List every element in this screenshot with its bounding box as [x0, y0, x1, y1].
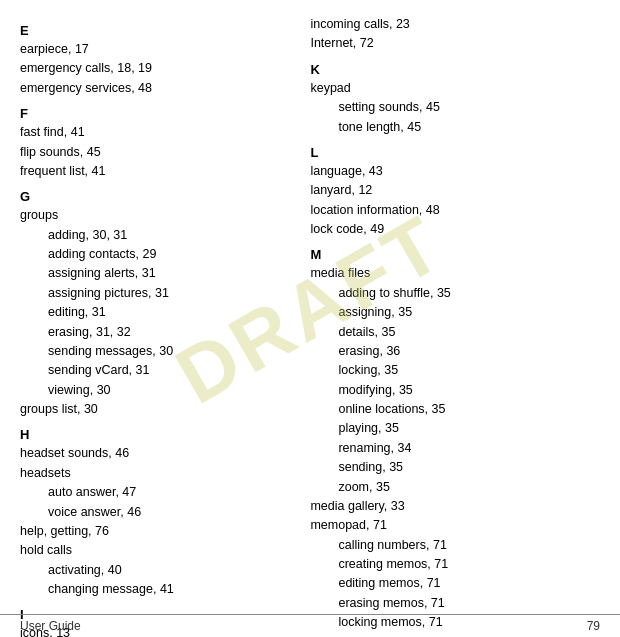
columns-wrapper: Eearpiece, 17emergency calls, 18, 19emer… [20, 10, 600, 627]
index-entry: language, 43 [310, 162, 600, 181]
index-entry: sending messages, 30 [48, 342, 285, 361]
index-entry: renaming, 34 [338, 439, 600, 458]
left-column: Eearpiece, 17emergency calls, 18, 19emer… [20, 10, 300, 627]
index-entry: erasing, 31, 32 [48, 323, 285, 342]
index-entry: creating memos, 71 [338, 555, 600, 574]
index-entry: incoming calls, 23 [310, 15, 600, 34]
footer-right-label: 79 [587, 619, 600, 633]
index-entry: editing memos, 71 [338, 574, 600, 593]
index-entry: adding, 30, 31 [48, 226, 285, 245]
index-entry: media gallery, 33 [310, 497, 600, 516]
index-entry: auto answer, 47 [48, 483, 285, 502]
index-entry: assigning pictures, 31 [48, 284, 285, 303]
index-entry: headsets [20, 464, 285, 483]
section-letter-e: E [20, 23, 285, 38]
index-entry: sending vCard, 31 [48, 361, 285, 380]
index-entry: headset sounds, 46 [20, 444, 285, 463]
index-entry: changing message, 41 [48, 580, 285, 599]
index-entry: lanyard, 12 [310, 181, 600, 200]
section-letter-l: L [310, 145, 600, 160]
index-entry: assigning, 35 [338, 303, 600, 322]
index-entry: help, getting, 76 [20, 522, 285, 541]
index-entry: calling numbers, 71 [338, 536, 600, 555]
index-entry: zoom, 35 [338, 478, 600, 497]
index-entry: editing, 31 [48, 303, 285, 322]
index-entry: tone length, 45 [338, 118, 600, 137]
index-entry: playing, 35 [338, 419, 600, 438]
index-entry: activating, 40 [48, 561, 285, 580]
index-entry: emergency services, 48 [20, 79, 285, 98]
index-entry: adding to shuffle, 35 [338, 284, 600, 303]
index-entry: fast find, 41 [20, 123, 285, 142]
index-entry: Internet, 72 [310, 34, 600, 53]
index-entry: keypad [310, 79, 600, 98]
index-entry: assigning alerts, 31 [48, 264, 285, 283]
section-letter-f: F [20, 106, 285, 121]
index-entry: emergency calls, 18, 19 [20, 59, 285, 78]
index-entry: groups list, 30 [20, 400, 285, 419]
index-entry: erasing memos, 71 [338, 594, 600, 613]
footer-left-label: User Guide [20, 619, 81, 633]
index-entry: memopad, 71 [310, 516, 600, 535]
index-entry: locking, 35 [338, 361, 600, 380]
index-entry: setting sounds, 45 [338, 98, 600, 117]
index-entry: location information, 48 [310, 201, 600, 220]
index-entry: sending, 35 [338, 458, 600, 477]
section-letter-k: K [310, 62, 600, 77]
page-container: DRAFT Eearpiece, 17emergency calls, 18, … [0, 0, 620, 637]
footer-bar: User Guide 79 [0, 614, 620, 637]
index-entry: details, 35 [338, 323, 600, 342]
index-entry: lock code, 49 [310, 220, 600, 239]
section-letter-m: M [310, 247, 600, 262]
index-entry: groups [20, 206, 285, 225]
index-entry: modifying, 35 [338, 381, 600, 400]
index-entry: frequent list, 41 [20, 162, 285, 181]
index-entry: erasing, 36 [338, 342, 600, 361]
index-entry: viewing, 30 [48, 381, 285, 400]
index-entry: adding contacts, 29 [48, 245, 285, 264]
index-entry: hold calls [20, 541, 285, 560]
index-entry: online locations, 35 [338, 400, 600, 419]
index-entry: voice answer, 46 [48, 503, 285, 522]
section-letter-h: H [20, 427, 285, 442]
index-entry: media files [310, 264, 600, 283]
index-entry: flip sounds, 45 [20, 143, 285, 162]
right-column: incoming calls, 23Internet, 72Kkeypadset… [300, 10, 600, 627]
index-entry: earpiece, 17 [20, 40, 285, 59]
section-letter-g: G [20, 189, 285, 204]
